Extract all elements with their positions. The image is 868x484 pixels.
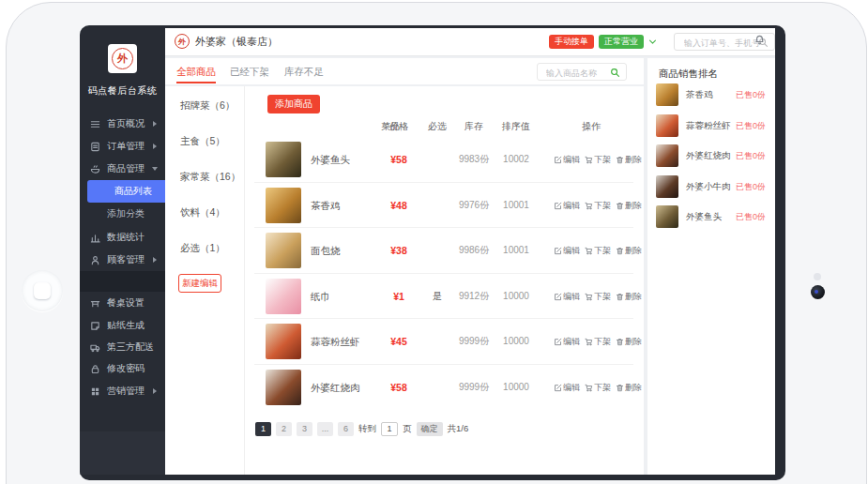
sticker-icon (90, 321, 100, 331)
confirm-button[interactable]: 确定 (417, 422, 443, 436)
manual-order-button[interactable]: 手动接单 (549, 35, 594, 49)
sidebar-item-label: 数据统计 (107, 226, 145, 249)
off-shelf-button[interactable]: 下架 (585, 245, 611, 257)
edit-button[interactable]: 编辑 (554, 154, 580, 166)
business-status-button[interactable]: 正常营业 (599, 35, 644, 49)
page-button-ellipsis[interactable]: ... (317, 422, 333, 436)
edit-button[interactable]: 编辑 (554, 291, 580, 303)
delete-button[interactable]: 删除 (616, 245, 642, 257)
ranking-item: 外婆红烧肉 已售0份 (647, 144, 775, 169)
edit-icon (554, 247, 562, 255)
ranking-item: 外婆小牛肉 已售0份 (647, 175, 775, 200)
page-button-1[interactable]: 1 (255, 422, 271, 436)
sidebar-item-statistics[interactable]: 数据统计 (80, 226, 165, 249)
sidebar-item-home[interactable]: 首页概况 (80, 113, 165, 135)
off-shelf-button[interactable]: 下架 (585, 291, 611, 303)
bell-icon[interactable] (754, 35, 765, 45)
off-shelf-button[interactable]: 下架 (585, 336, 611, 348)
cart-icon (585, 384, 593, 392)
sidebar-item-label: 首页概况 (107, 113, 145, 135)
row-actions: 编辑 下架 删除 (554, 319, 642, 364)
sidebar-item-password[interactable]: 修改密码 (80, 357, 165, 380)
delete-label: 删除 (625, 336, 642, 348)
delete-label: 删除 (625, 154, 642, 166)
dish-photo (266, 324, 301, 359)
col-sort: 排序值 (493, 117, 540, 136)
device-home-button[interactable] (22, 270, 63, 311)
tab-off-shelf[interactable]: 已经下架 (230, 58, 269, 84)
sidebar-item-goods[interactable]: 商品管理 (80, 158, 165, 180)
sidebar-item-sticker[interactable]: 贴纸生成 (80, 314, 165, 337)
stats-icon (90, 233, 100, 243)
page-button-3[interactable]: 3 (297, 422, 312, 436)
delete-button[interactable]: 删除 (616, 200, 642, 212)
sidebar-item-goods-list[interactable]: 商品列表 (87, 180, 165, 203)
col-price: 价格 (375, 117, 422, 136)
edit-label: 编辑 (563, 245, 580, 257)
dish-photo (266, 279, 301, 314)
sales-ranking-panel: 商品销售排名 茶香鸡 已售0份 蒜蓉粉丝虾 已售0份 外婆红烧肉 已售0份 (647, 58, 775, 475)
tab-all-goods[interactable]: 全部商品 (176, 58, 216, 84)
edit-icon (554, 384, 562, 392)
dish-photo (656, 175, 678, 198)
delete-button[interactable]: 删除 (616, 336, 642, 348)
off-shelf-button[interactable]: 下架 (585, 154, 611, 166)
table-header: 菜品 价格 必选 库存 排序值 操作 (244, 117, 644, 136)
page-button-2[interactable]: 2 (276, 422, 292, 436)
dish-sort: 10001 (493, 183, 540, 228)
sidebar-item-orders[interactable]: 订单管理 (80, 135, 165, 158)
sidebar-item-tables[interactable]: 餐桌设置 (80, 292, 165, 314)
goto-page-input[interactable] (381, 422, 398, 436)
search-icon[interactable] (610, 68, 620, 78)
edit-button[interactable]: 编辑 (554, 245, 580, 257)
ranking-sold-count: 已售0份 (736, 83, 766, 106)
delete-button[interactable]: 删除 (616, 291, 642, 303)
edit-button[interactable]: 编辑 (554, 336, 580, 348)
sidebar-item-marketing[interactable]: 营销管理 (80, 380, 165, 402)
sidebar-item-add-category[interactable]: 添加分类 (80, 203, 165, 225)
order-search-input[interactable] (682, 35, 761, 51)
off-shelf-button[interactable]: 下架 (585, 382, 611, 394)
delete-button[interactable]: 删除 (616, 382, 642, 394)
category-homestyle[interactable]: 家常菜（16） (180, 169, 240, 184)
sidebar-item-label: 修改密码 (107, 357, 145, 380)
goods-search-input[interactable] (544, 65, 612, 81)
dish-name: 纸巾 (311, 274, 330, 319)
category-required[interactable]: 必选（1） (180, 240, 225, 255)
col-stock: 库存 (450, 117, 497, 136)
trash-icon (616, 247, 624, 255)
sidebar-item-delivery[interactable]: 第三方配送 (80, 336, 165, 358)
off-shelf-button[interactable]: 下架 (585, 200, 611, 212)
category-signature[interactable]: 招牌菜（6） (180, 98, 235, 113)
add-goods-button[interactable]: 添加商品 (267, 95, 320, 113)
table-row: 外婆鱼头 ¥58 9983份 10002 编辑 下架 删除 (244, 137, 644, 182)
sidebar-item-label: 添加分类 (107, 203, 145, 225)
dish-photo (266, 142, 301, 177)
category-staple[interactable]: 主食（5） (180, 133, 225, 148)
sidebar-item-customers[interactable]: 顾客管理 (80, 249, 165, 271)
sidebar-item-label: 贴纸生成 (107, 314, 145, 337)
edit-button[interactable]: 编辑 (554, 200, 580, 212)
page-button-6[interactable]: 6 (338, 422, 354, 436)
category-drinks[interactable]: 饮料（4） (180, 204, 225, 219)
col-actions: 操作 (572, 117, 610, 136)
pagination: 1 2 3 ... 6 转到 页 确定 共1/6 (255, 421, 468, 436)
sidebar-item-label: 餐桌设置 (107, 292, 145, 314)
sidebar-item-label: 商品管理 (107, 158, 145, 180)
page-total-label: 共1/6 (448, 423, 469, 435)
sidebar: 外 码点餐后台系统 首页概况 订单管理 商品管理 (80, 28, 165, 475)
dish-price: ¥45 (375, 319, 422, 364)
brand-logo-icon: 外 (112, 48, 133, 69)
goods-icon (90, 164, 100, 174)
tab-low-stock[interactable]: 库存不足 (284, 58, 324, 84)
dish-stock: 9999份 (450, 365, 497, 410)
dish-price: ¥58 (375, 137, 422, 182)
delete-button[interactable]: 删除 (616, 154, 642, 166)
table-row: 蒜蓉粉丝虾 ¥45 9999份 10000 编辑 下架 删除 (244, 319, 644, 364)
status-chevron-down-icon[interactable] (647, 37, 658, 47)
cart-icon (585, 293, 593, 301)
edit-button[interactable]: 编辑 (554, 382, 580, 394)
new-edit-button[interactable]: 新建编辑 (178, 274, 221, 293)
orders-icon (90, 142, 100, 152)
ranking-sold-count: 已售0份 (736, 205, 766, 228)
